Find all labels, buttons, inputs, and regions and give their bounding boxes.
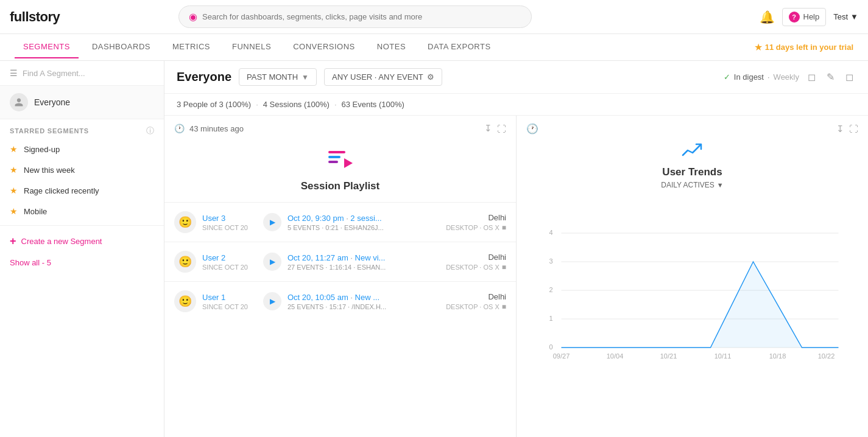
sidebar-item-signed-up[interactable]: ★ Signed-up	[0, 139, 164, 159]
user-since: SINCE OCT 20	[202, 303, 257, 310]
nav-dashboards[interactable]: DASHBOARDS	[83, 36, 159, 58]
trial-text: 11 days left in your trial	[765, 43, 853, 52]
svg-rect-2	[328, 161, 338, 163]
header-actions: ✓ In digest · Weekly ◻ ✎ ◻	[724, 69, 856, 85]
user-name[interactable]: User 1	[202, 293, 257, 302]
play-button[interactable]: ▶	[263, 213, 281, 231]
user-name[interactable]: User 2	[202, 253, 257, 262]
time-ago: 43 minutes ago	[189, 124, 244, 133]
svg-text:2: 2	[549, 286, 552, 293]
session-details: Oct 20, 11:27 am · New vi... 27 EVENTS ·…	[288, 253, 440, 271]
play-button[interactable]: ▶	[263, 253, 281, 271]
trending-up-icon	[682, 142, 704, 159]
info-icon[interactable]: ⓘ	[146, 125, 154, 136]
svg-text:1: 1	[549, 315, 552, 322]
user-since: SINCE OCT 20	[202, 224, 257, 231]
trend-chart: 0 1 2 3 4	[517, 194, 868, 437]
download-trend-button[interactable]: ↧	[836, 124, 844, 135]
search-input[interactable]	[202, 12, 521, 21]
trial-notice: ★ 11 days left in your trial	[754, 41, 853, 53]
svg-marker-14	[562, 262, 839, 348]
session-meta: 5 EVENTS · 0:21 · ESHAN26J...	[288, 224, 440, 231]
date-filter-button[interactable]: PAST MONTH ▼	[239, 68, 317, 86]
everyone-label: Everyone	[34, 97, 70, 107]
trend-title: User Trends	[517, 161, 868, 181]
avatar: 🙂	[174, 290, 196, 312]
svg-rect-0	[328, 151, 345, 153]
device-info: DESKTOP · OS X ■	[446, 263, 506, 271]
trend-panel-header: 🕐 ↧ ⛶	[517, 116, 868, 142]
content-header: Everyone PAST MONTH ▼ ANY USER · ANY EVE…	[164, 61, 868, 94]
session-time[interactable]: Oct 20, 9:30 pm · 2 sessi...	[288, 214, 440, 223]
monitor-icon: ■	[502, 302, 506, 311]
star-filled-icon: ★	[10, 206, 18, 216]
sidebar-search-icon: ☰	[10, 68, 18, 78]
help-button[interactable]: ? Help	[782, 8, 827, 26]
delete-button[interactable]: ◻	[843, 69, 856, 85]
user-name[interactable]: User 3	[202, 214, 257, 223]
content-area: Everyone PAST MONTH ▼ ANY USER · ANY EVE…	[164, 61, 868, 437]
monitor-icon: ■	[502, 263, 506, 271]
svg-text:10/22: 10/22	[818, 352, 835, 360]
session-location: Delhi DESKTOP · OS X ■	[446, 213, 506, 232]
session-details: Oct 20, 9:30 pm · 2 sessi... 5 EVENTS · …	[288, 214, 440, 231]
session-meta: 27 EVENTS · 1:16:14 · ESHAN...	[288, 264, 440, 271]
session-details: Oct 20, 10:05 am · New ... 25 EVENTS · 1…	[288, 293, 440, 310]
download-session-button[interactable]: ↧	[484, 123, 492, 134]
location-name: Delhi	[488, 292, 506, 301]
trend-subtitle-button[interactable]: DAILY ACTIVES ▼	[517, 181, 868, 189]
chevron-down-icon: ▼	[302, 73, 309, 82]
help-icon: ?	[789, 12, 800, 23]
expand-trend-button[interactable]: ⛶	[849, 124, 858, 134]
edit-button[interactable]: ✎	[824, 69, 837, 85]
clock-icon: 🕐	[174, 124, 185, 133]
avatar: 🙂	[174, 251, 196, 273]
location-name: Delhi	[488, 253, 506, 262]
avatar: 🙂	[174, 211, 196, 233]
create-segment-button[interactable]: + Create a new Segment	[0, 229, 164, 253]
people-stat: 3 People of 3 (100%)	[177, 100, 251, 109]
session-panel-header-right: ↧ ⛶	[484, 123, 506, 134]
session-location: Delhi DESKTOP · OS X ■	[446, 253, 506, 271]
notifications-button[interactable]: 🔔	[760, 10, 775, 24]
nav-notes[interactable]: NOTES	[369, 36, 414, 58]
star-filled-icon: ★	[10, 186, 18, 195]
trend-title-area: User Trends DAILY ACTIVES ▼	[517, 142, 868, 194]
nav-funnels[interactable]: FUNNELS	[224, 36, 280, 58]
user-label: Test	[833, 12, 848, 21]
nav-metrics[interactable]: METRICS	[164, 36, 219, 58]
device-info: DESKTOP · OS X ■	[446, 223, 506, 232]
expand-session-button[interactable]: ⛶	[497, 124, 506, 134]
nav-segments[interactable]: SEGMENTS	[15, 36, 79, 58]
segment-search-input[interactable]	[23, 69, 154, 78]
search-bar[interactable]: ◉	[178, 5, 532, 28]
digest-info: ✓ In digest · Weekly	[724, 72, 799, 82]
star-filled-icon: ★	[10, 165, 18, 175]
nav-data-exports[interactable]: DATA EXPORTS	[419, 36, 499, 58]
sidebar-item-rage-clicked[interactable]: ★ Rage clicked recently	[0, 180, 164, 201]
copy-button[interactable]: ◻	[805, 69, 818, 85]
digest-text: In digest	[734, 72, 764, 82]
show-all-link[interactable]: Show all - 5	[0, 253, 164, 272]
svg-text:10/04: 10/04	[607, 352, 624, 360]
sidebar-search-container[interactable]: ☰	[0, 61, 164, 86]
user-since: SINCE OCT 20	[202, 264, 257, 271]
sessions-stat: 4 Sessions (100%)	[263, 100, 330, 109]
nav-conversions[interactable]: CONVERSIONS	[284, 36, 364, 58]
session-time[interactable]: Oct 20, 11:27 am · New vi...	[288, 253, 440, 262]
event-filter-button[interactable]: ANY USER · ANY EVENT ⚙	[324, 68, 442, 86]
filter-settings-icon: ⚙	[427, 72, 434, 82]
session-time[interactable]: Oct 20, 10:05 am · New ...	[288, 293, 440, 302]
play-button[interactable]: ▶	[263, 292, 281, 310]
check-icon: ✓	[724, 72, 730, 82]
everyone-segment-item[interactable]: Everyone	[0, 86, 164, 119]
chevron-down-icon: ▼	[717, 181, 724, 189]
sidebar-item-new-this-week[interactable]: ★ New this week	[0, 159, 164, 180]
svg-text:10/21: 10/21	[660, 352, 677, 360]
date-filter-label: PAST MONTH	[247, 72, 298, 82]
svg-text:0: 0	[549, 343, 552, 351]
session-panel-header: 🕐 43 minutes ago ↧ ⛶	[164, 116, 516, 141]
sidebar-item-mobile[interactable]: ★ Mobile	[0, 201, 164, 222]
user-menu-button[interactable]: Test ▼	[833, 12, 858, 21]
plus-icon: +	[10, 235, 16, 248]
